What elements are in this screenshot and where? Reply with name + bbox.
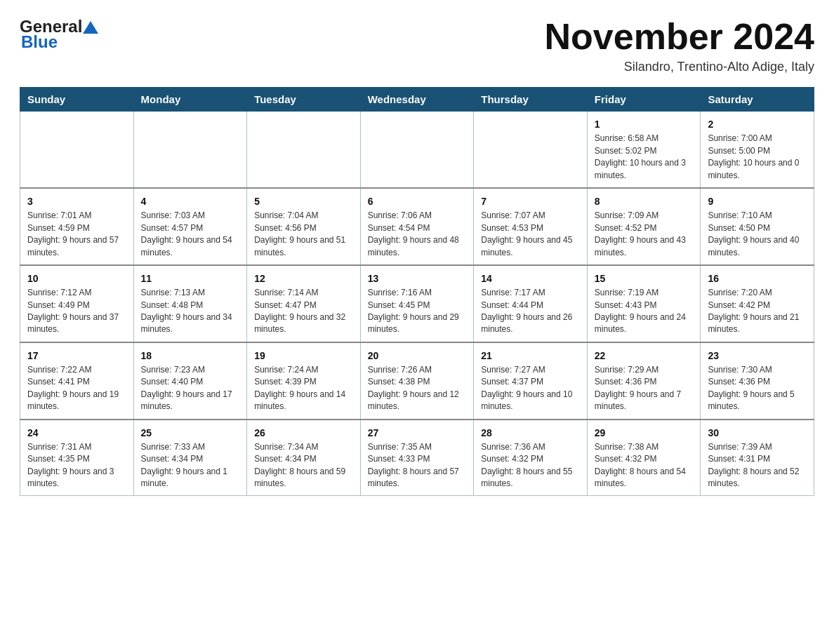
- calendar-cell: [360, 112, 474, 188]
- day-number: 23: [708, 349, 807, 363]
- day-info: Sunrise: 7:35 AM Sunset: 4:33 PM Dayligh…: [368, 441, 467, 490]
- calendar-cell: 2Sunrise: 7:00 AM Sunset: 5:00 PM Daylig…: [701, 112, 814, 188]
- calendar-cell: [20, 112, 134, 188]
- calendar-cell: 8Sunrise: 7:09 AM Sunset: 4:52 PM Daylig…: [587, 188, 701, 265]
- calendar-cell: 13Sunrise: 7:16 AM Sunset: 4:45 PM Dayli…: [360, 265, 474, 342]
- day-info: Sunrise: 7:13 AM Sunset: 4:48 PM Dayligh…: [141, 287, 240, 336]
- day-number: 29: [595, 426, 694, 440]
- calendar-cell: 18Sunrise: 7:23 AM Sunset: 4:40 PM Dayli…: [133, 342, 247, 420]
- calendar-cell: 19Sunrise: 7:24 AM Sunset: 4:39 PM Dayli…: [247, 342, 361, 420]
- day-info: Sunrise: 7:27 AM Sunset: 4:37 PM Dayligh…: [481, 364, 580, 413]
- day-number: 21: [481, 349, 580, 363]
- day-info: Sunrise: 7:04 AM Sunset: 4:56 PM Dayligh…: [254, 210, 353, 259]
- day-info: Sunrise: 7:36 AM Sunset: 4:32 PM Dayligh…: [481, 441, 580, 490]
- logo-triangle-icon: [83, 21, 98, 34]
- day-info: Sunrise: 7:30 AM Sunset: 4:36 PM Dayligh…: [708, 364, 807, 413]
- day-number: 28: [481, 426, 580, 440]
- day-number: 12: [254, 271, 353, 286]
- calendar-cell: 3Sunrise: 7:01 AM Sunset: 4:59 PM Daylig…: [20, 188, 134, 265]
- day-number: 18: [141, 349, 240, 363]
- day-number: 24: [27, 426, 126, 440]
- day-number: 30: [708, 426, 807, 440]
- calendar-cell: 22Sunrise: 7:29 AM Sunset: 4:36 PM Dayli…: [587, 342, 701, 420]
- day-info: Sunrise: 7:06 AM Sunset: 4:54 PM Dayligh…: [368, 210, 467, 259]
- day-info: Sunrise: 7:00 AM Sunset: 5:00 PM Dayligh…: [708, 133, 807, 182]
- calendar-cell: 23Sunrise: 7:30 AM Sunset: 4:36 PM Dayli…: [701, 342, 814, 420]
- calendar-header-row: SundayMondayTuesdayWednesdayThursdayFrid…: [20, 88, 814, 112]
- day-number: 20: [368, 349, 467, 363]
- calendar-week-row: 1Sunrise: 6:58 AM Sunset: 5:02 PM Daylig…: [20, 112, 814, 188]
- day-number: 15: [595, 271, 694, 286]
- day-info: Sunrise: 7:12 AM Sunset: 4:49 PM Dayligh…: [27, 287, 126, 336]
- day-number: 16: [708, 271, 807, 286]
- calendar-cell: 29Sunrise: 7:38 AM Sunset: 4:32 PM Dayli…: [587, 420, 701, 496]
- day-of-week-header: Monday: [133, 88, 247, 112]
- day-number: 4: [141, 194, 240, 208]
- day-info: Sunrise: 7:26 AM Sunset: 4:38 PM Dayligh…: [368, 364, 467, 413]
- calendar-cell: 7Sunrise: 7:07 AM Sunset: 4:53 PM Daylig…: [474, 188, 588, 265]
- day-number: 11: [141, 271, 240, 286]
- calendar-cell: 5Sunrise: 7:04 AM Sunset: 4:56 PM Daylig…: [247, 188, 361, 265]
- day-number: 6: [368, 194, 467, 208]
- day-number: 3: [27, 194, 126, 208]
- day-info: Sunrise: 7:34 AM Sunset: 4:34 PM Dayligh…: [254, 441, 353, 490]
- calendar-cell: 11Sunrise: 7:13 AM Sunset: 4:48 PM Dayli…: [133, 265, 247, 342]
- day-number: 9: [708, 194, 807, 208]
- day-info: Sunrise: 7:03 AM Sunset: 4:57 PM Dayligh…: [141, 210, 240, 259]
- day-number: 25: [141, 426, 240, 440]
- day-number: 17: [27, 349, 126, 363]
- day-info: Sunrise: 6:58 AM Sunset: 5:02 PM Dayligh…: [595, 133, 694, 182]
- calendar-cell: 15Sunrise: 7:19 AM Sunset: 4:43 PM Dayli…: [587, 265, 701, 342]
- calendar-cell: 9Sunrise: 7:10 AM Sunset: 4:50 PM Daylig…: [701, 188, 814, 265]
- calendar-cell: 24Sunrise: 7:31 AM Sunset: 4:35 PM Dayli…: [20, 420, 134, 496]
- logo-blue-text: Blue: [21, 32, 58, 52]
- location-subtitle: Silandro, Trentino-Alto Adige, Italy: [545, 60, 814, 74]
- day-of-week-header: Sunday: [20, 88, 134, 112]
- calendar-cell: 28Sunrise: 7:36 AM Sunset: 4:32 PM Dayli…: [474, 420, 588, 496]
- day-number: 7: [481, 194, 580, 208]
- logo: General Blue: [20, 17, 98, 52]
- calendar-cell: 14Sunrise: 7:17 AM Sunset: 4:44 PM Dayli…: [474, 265, 588, 342]
- calendar-cell: 21Sunrise: 7:27 AM Sunset: 4:37 PM Dayli…: [474, 342, 588, 420]
- day-number: 10: [27, 271, 126, 286]
- calendar-cell: 10Sunrise: 7:12 AM Sunset: 4:49 PM Dayli…: [20, 265, 134, 342]
- day-info: Sunrise: 7:33 AM Sunset: 4:34 PM Dayligh…: [141, 441, 240, 490]
- page-header: General Blue November 2024 Silandro, Tre…: [20, 17, 814, 74]
- calendar-cell: [133, 112, 247, 188]
- calendar-cell: 16Sunrise: 7:20 AM Sunset: 4:42 PM Dayli…: [701, 265, 814, 342]
- day-number: 13: [368, 271, 467, 286]
- day-info: Sunrise: 7:07 AM Sunset: 4:53 PM Dayligh…: [481, 210, 580, 259]
- day-info: Sunrise: 7:39 AM Sunset: 4:31 PM Dayligh…: [708, 441, 807, 490]
- calendar-cell: [474, 112, 588, 188]
- calendar-cell: 20Sunrise: 7:26 AM Sunset: 4:38 PM Dayli…: [360, 342, 474, 420]
- day-info: Sunrise: 7:20 AM Sunset: 4:42 PM Dayligh…: [708, 287, 807, 336]
- day-info: Sunrise: 7:19 AM Sunset: 4:43 PM Dayligh…: [595, 287, 694, 336]
- day-info: Sunrise: 7:17 AM Sunset: 4:44 PM Dayligh…: [481, 287, 580, 336]
- calendar-cell: 1Sunrise: 6:58 AM Sunset: 5:02 PM Daylig…: [587, 112, 701, 188]
- svg-marker-0: [83, 21, 98, 34]
- title-block: November 2024 Silandro, Trentino-Alto Ad…: [545, 17, 814, 74]
- calendar-cell: 27Sunrise: 7:35 AM Sunset: 4:33 PM Dayli…: [360, 420, 474, 496]
- month-title: November 2024: [545, 17, 814, 57]
- day-info: Sunrise: 7:24 AM Sunset: 4:39 PM Dayligh…: [254, 364, 353, 413]
- day-info: Sunrise: 7:10 AM Sunset: 4:50 PM Dayligh…: [708, 210, 807, 259]
- day-of-week-header: Saturday: [701, 88, 814, 112]
- day-number: 2: [708, 117, 807, 131]
- calendar-table: SundayMondayTuesdayWednesdayThursdayFrid…: [20, 87, 814, 496]
- day-info: Sunrise: 7:09 AM Sunset: 4:52 PM Dayligh…: [595, 210, 694, 259]
- calendar-cell: [247, 112, 361, 188]
- day-number: 27: [368, 426, 467, 440]
- calendar-week-row: 17Sunrise: 7:22 AM Sunset: 4:41 PM Dayli…: [20, 342, 814, 420]
- day-info: Sunrise: 7:29 AM Sunset: 4:36 PM Dayligh…: [595, 364, 694, 413]
- calendar-cell: 4Sunrise: 7:03 AM Sunset: 4:57 PM Daylig…: [133, 188, 247, 265]
- calendar-week-row: 10Sunrise: 7:12 AM Sunset: 4:49 PM Dayli…: [20, 265, 814, 342]
- day-of-week-header: Tuesday: [247, 88, 361, 112]
- calendar-cell: 25Sunrise: 7:33 AM Sunset: 4:34 PM Dayli…: [133, 420, 247, 496]
- calendar-week-row: 3Sunrise: 7:01 AM Sunset: 4:59 PM Daylig…: [20, 188, 814, 265]
- calendar-cell: 26Sunrise: 7:34 AM Sunset: 4:34 PM Dayli…: [247, 420, 361, 496]
- calendar-cell: 6Sunrise: 7:06 AM Sunset: 4:54 PM Daylig…: [360, 188, 474, 265]
- day-info: Sunrise: 7:16 AM Sunset: 4:45 PM Dayligh…: [368, 287, 467, 336]
- day-number: 26: [254, 426, 353, 440]
- day-info: Sunrise: 7:23 AM Sunset: 4:40 PM Dayligh…: [141, 364, 240, 413]
- day-number: 1: [595, 117, 694, 131]
